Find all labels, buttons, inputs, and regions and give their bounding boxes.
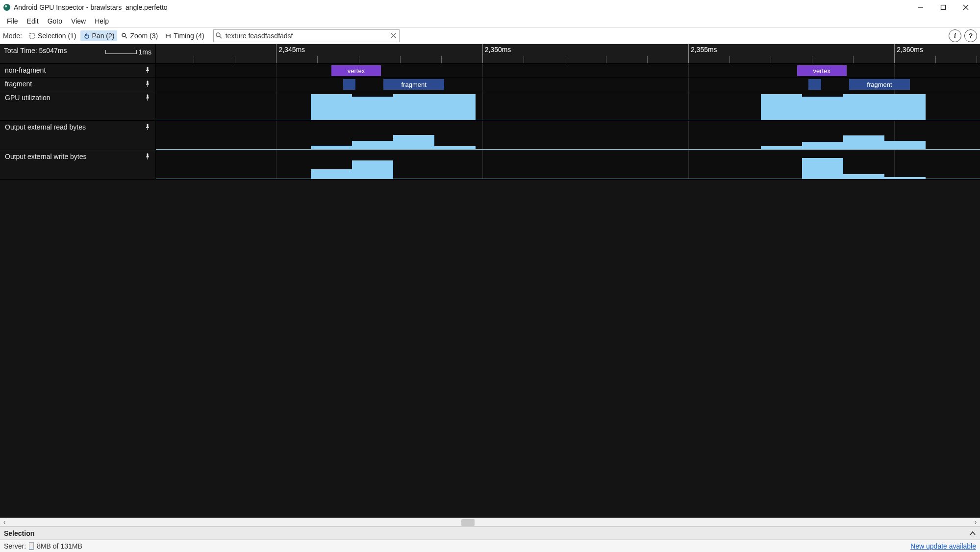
pin-icon[interactable] — [145, 80, 151, 87]
minimize-button[interactable] — [909, 0, 932, 15]
counter-bar[interactable] — [802, 158, 843, 179]
ruler-minor-tick — [524, 56, 524, 63]
counter-bar[interactable] — [761, 94, 802, 120]
menu-view[interactable]: View — [67, 16, 90, 26]
counter-bar[interactable] — [802, 142, 843, 149]
timeline-view[interactable]: Total Time: 5s047ms 1ms 2,345ms2,350ms2,… — [0, 44, 980, 518]
counter-bar[interactable] — [352, 97, 393, 120]
timeline-slice[interactable]: fragment — [849, 79, 910, 90]
close-button[interactable] — [955, 0, 977, 15]
track-name: Output external read bytes — [5, 123, 86, 131]
track-body[interactable]: fragmentfragment — [156, 78, 980, 91]
menu-file[interactable]: File — [3, 16, 22, 26]
counter-bar[interactable] — [843, 174, 884, 179]
total-time-label: Total Time: 5s047ms — [4, 47, 67, 54]
toolbar: Mode: Selection (1)Pan (2)Zoom (3)Timing… — [0, 27, 980, 44]
mode-selection[interactable]: Selection (1) — [26, 30, 79, 41]
ruler-minor-tick — [771, 56, 771, 63]
server-label: Server: — [4, 542, 26, 550]
track-header[interactable]: fragment — [0, 78, 156, 91]
pin-icon[interactable] — [145, 124, 151, 131]
horizontal-scrollbar[interactable]: ‹ › — [0, 518, 980, 526]
time-ruler[interactable]: Total Time: 5s047ms 1ms 2,345ms2,350ms2,… — [0, 44, 980, 64]
timeline-slice[interactable] — [808, 79, 821, 90]
counter-bar[interactable] — [311, 94, 352, 120]
track-body[interactable] — [156, 91, 980, 120]
mode-icon — [165, 32, 172, 39]
ruler-major-tick: 2,345ms — [276, 44, 276, 63]
timeline-slice[interactable] — [343, 79, 355, 90]
scale-indicator: 1ms — [105, 47, 151, 56]
menu-help[interactable]: Help — [91, 16, 113, 26]
track-header[interactable]: non-fragment — [0, 64, 156, 77]
selection-panel-header[interactable]: Selection — [0, 526, 980, 539]
svg-line-8 — [126, 36, 127, 38]
scroll-right-arrow[interactable]: › — [971, 518, 980, 526]
ruler-minor-tick — [235, 56, 235, 63]
ruler-minor-tick — [359, 56, 359, 63]
track-name: fragment — [5, 80, 32, 88]
pin-icon[interactable] — [145, 67, 151, 74]
menu-goto[interactable]: Goto — [44, 16, 66, 26]
counter-bar[interactable] — [434, 146, 476, 149]
selection-panel-title: Selection — [4, 529, 34, 537]
search-icon — [214, 32, 225, 39]
counter-bar[interactable] — [884, 177, 926, 179]
counter-bar[interactable] — [434, 94, 476, 120]
pin-icon[interactable] — [145, 153, 151, 160]
track-body[interactable] — [156, 121, 980, 150]
counter-bar[interactable] — [311, 146, 352, 149]
counter-bar[interactable] — [843, 94, 884, 120]
ruler-tick-label: 2,360ms — [897, 46, 923, 53]
menu-edit[interactable]: Edit — [23, 16, 43, 26]
ruler-major-tick: 2,355ms — [688, 44, 689, 63]
counter-bar[interactable] — [884, 94, 926, 120]
chevron-up-icon[interactable] — [969, 530, 976, 537]
search-field[interactable] — [213, 29, 400, 42]
ruler-tick-label: 2,355ms — [691, 46, 717, 53]
ruler-minor-tick — [729, 56, 730, 63]
counter-bar[interactable] — [352, 141, 393, 149]
status-bar: Server: 8MB of 131MB New update availabl… — [0, 539, 980, 552]
scrollbar-track[interactable] — [9, 518, 971, 526]
ruler-minor-tick — [400, 56, 401, 63]
search-clear-icon[interactable] — [388, 33, 399, 38]
scroll-left-arrow[interactable]: ‹ — [0, 518, 9, 526]
search-input[interactable] — [225, 30, 388, 42]
counter-bar[interactable] — [843, 135, 884, 149]
ruler-minor-tick — [935, 56, 936, 63]
pin-icon[interactable] — [145, 94, 151, 101]
mode-timing[interactable]: Timing (4) — [162, 30, 207, 41]
update-available-link[interactable]: New update available — [910, 542, 976, 550]
counter-bar[interactable] — [884, 141, 926, 149]
track-header[interactable]: Output external read bytes — [0, 121, 156, 150]
mode-zoom[interactable]: Zoom (3) — [118, 30, 161, 41]
scrollbar-thumb[interactable] — [461, 519, 475, 526]
track-body[interactable] — [156, 150, 980, 179]
ruler-header: Total Time: 5s047ms 1ms — [0, 44, 156, 63]
timeline-slice[interactable]: vertex — [797, 65, 847, 76]
ruler-minor-tick — [441, 56, 442, 63]
track-header[interactable]: GPU utilization — [0, 91, 156, 120]
info-button[interactable]: i — [949, 29, 961, 42]
timeline-slice[interactable]: vertex — [331, 65, 381, 76]
ruler-minor-tick — [812, 56, 812, 63]
track-body[interactable]: vertexvertex — [156, 64, 980, 77]
maximize-button[interactable] — [932, 0, 955, 15]
counter-bar[interactable] — [352, 160, 393, 179]
mode-pan[interactable]: Pan (2) — [80, 30, 118, 41]
ruler-minor-tick — [647, 56, 648, 63]
window-title: Android GPU Inspector - brawlstars_angle… — [14, 3, 168, 11]
counter-bar[interactable] — [802, 97, 843, 120]
help-button[interactable]: ? — [964, 29, 977, 42]
svg-point-1 — [5, 5, 7, 8]
ruler-ticks[interactable]: 2,345ms2,350ms2,355ms2,360ms — [156, 44, 980, 63]
counter-bar[interactable] — [761, 146, 802, 149]
track-header[interactable]: Output external write bytes — [0, 150, 156, 179]
window-titlebar: Android GPU Inspector - brawlstars_angle… — [0, 0, 980, 15]
counter-bar[interactable] — [393, 94, 434, 120]
counter-bar[interactable] — [311, 169, 352, 179]
counter-bar[interactable] — [393, 135, 434, 150]
timeline-slice[interactable]: fragment — [383, 79, 444, 90]
track-row: non-fragmentvertexvertex — [0, 64, 980, 78]
